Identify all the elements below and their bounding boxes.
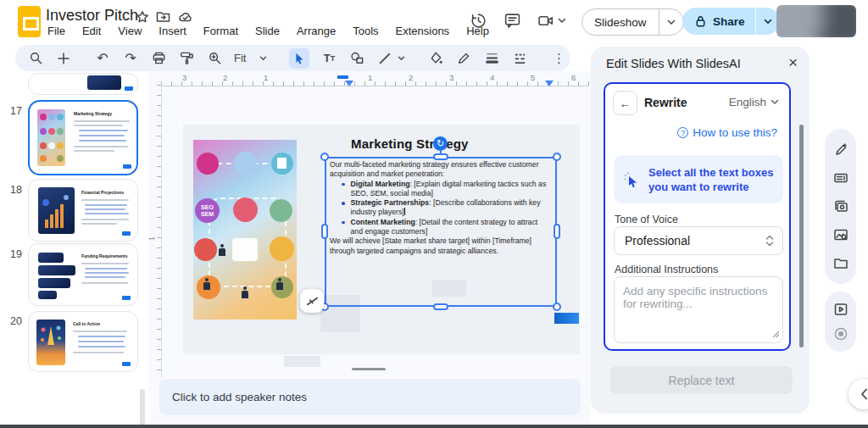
- menu-extensions[interactable]: Extensions: [389, 23, 457, 39]
- speaker-notes[interactable]: Click to add speaker notes: [159, 379, 581, 415]
- share-button[interactable]: Share: [682, 8, 780, 35]
- star-icon[interactable]: [136, 10, 149, 24]
- menu-arrange[interactable]: Arrange: [290, 23, 342, 39]
- paint-format-icon[interactable]: [178, 50, 195, 67]
- account-avatar[interactable]: [776, 5, 856, 37]
- slide-thumbnail-17-selected[interactable]: Marketing Strategy: [28, 100, 138, 175]
- border-weight-icon[interactable]: [483, 50, 500, 67]
- record-icon[interactable]: [833, 326, 849, 342]
- top-bar: Investor Pitch File Edit View Insert For…: [0, 0, 868, 44]
- image-search-icon[interactable]: [833, 227, 849, 242]
- google-slides-window: Investor Pitch File Edit View Insert For…: [0, 0, 868, 428]
- magic-write-icon[interactable]: [833, 142, 849, 158]
- slide-thumbnail-16[interactable]: [28, 73, 138, 95]
- slide-number: 17: [7, 105, 25, 117]
- video-play-icon[interactable]: [833, 302, 849, 317]
- new-slide-button[interactable]: [55, 50, 72, 67]
- notes-drag-handle[interactable]: [352, 368, 386, 370]
- menu-format[interactable]: Format: [197, 23, 245, 39]
- comments-icon[interactable]: [504, 12, 521, 30]
- resize-handle-ne[interactable]: [553, 153, 561, 161]
- select-tool-button[interactable]: [289, 48, 309, 69]
- document-title[interactable]: Investor Pitch: [46, 7, 138, 25]
- resize-handle-s[interactable]: [433, 303, 448, 310]
- question-icon: ?: [677, 127, 688, 138]
- border-color-icon[interactable]: [455, 50, 472, 67]
- tone-of-voice-select[interactable]: Professional: [614, 226, 783, 255]
- slide-editing-area[interactable]: SEO SEM Marketing Strategy ↻ Our multi-f…: [183, 125, 580, 354]
- fill-color-icon[interactable]: [427, 50, 444, 67]
- meet-dropdown-caret-icon[interactable]: [558, 18, 566, 24]
- selected-text-box[interactable]: Our multi-faceted marketing strategy ens…: [325, 157, 557, 307]
- form-summary-icon[interactable]: [833, 170, 849, 186]
- slide-thumbnail-20[interactable]: Call to Action: [28, 311, 138, 372]
- how-to-use-link[interactable]: ? How to use this?: [677, 126, 777, 139]
- resize-handle-nw[interactable]: [320, 153, 329, 161]
- collapse-rail-button[interactable]: [849, 379, 868, 409]
- slideshow-dropdown-caret-icon[interactable]: [659, 19, 683, 25]
- menu-view[interactable]: View: [111, 23, 148, 39]
- slide-filmstrip: 17 Marketing Strategy: [0, 71, 148, 428]
- move-folder-icon[interactable]: [156, 10, 170, 24]
- resize-handle-w[interactable]: [321, 224, 328, 239]
- additional-instructions-label: Additional Instructions: [615, 264, 718, 275]
- menu-file[interactable]: File: [41, 23, 72, 39]
- panel-scrollbar[interactable]: [799, 125, 804, 347]
- text-cursor: [404, 208, 405, 215]
- undo-button[interactable]: ↶: [94, 50, 111, 67]
- print-button[interactable]: [150, 50, 167, 67]
- marketing-infographic-image[interactable]: SEO SEM: [193, 140, 297, 320]
- duplicate-slides-icon[interactable]: [833, 199, 849, 214]
- slide-thumbnail-19[interactable]: Funding Requirements: [28, 243, 138, 306]
- line-tool-caret-icon[interactable]: [398, 56, 405, 61]
- resize-handle-se[interactable]: [553, 303, 561, 311]
- menu-edit[interactable]: Edit: [75, 23, 108, 39]
- zoom-icon[interactable]: [206, 50, 223, 67]
- language-select[interactable]: English: [729, 96, 779, 108]
- menu-bar: File Edit View Insert Format Slide Arran…: [41, 23, 496, 39]
- additional-instructions-input[interactable]: [614, 276, 783, 343]
- slideshow-label: Slideshow: [582, 16, 659, 29]
- back-button[interactable]: ←: [613, 91, 637, 115]
- slide-thumbnail-18[interactable]: Financial Projections: [28, 179, 138, 242]
- shape-tool-button[interactable]: [348, 50, 365, 67]
- close-panel-icon[interactable]: ×: [788, 53, 798, 72]
- search-menus-icon[interactable]: [27, 50, 44, 67]
- folder-icon[interactable]: [833, 256, 849, 271]
- zoom-fit-select[interactable]: Fit: [234, 52, 267, 64]
- cloud-status-icon[interactable]: [178, 10, 193, 24]
- side-rail: [810, 71, 868, 428]
- meet-camera-icon[interactable]: [537, 12, 555, 30]
- resize-handle-e[interactable]: [554, 224, 560, 239]
- more-tools-icon[interactable]: ⋮: [550, 50, 567, 67]
- tone-of-voice-label: Tone of Voice: [615, 214, 678, 225]
- rewrite-card: ← Rewrite English ? How to use this? Sel…: [604, 82, 791, 351]
- slides-logo-icon[interactable]: [18, 6, 41, 37]
- textbox-tool-button[interactable]: TT: [320, 50, 337, 67]
- slide-number: 20: [7, 315, 25, 327]
- replace-text-button[interactable]: Replace text: [610, 366, 793, 394]
- menu-insert[interactable]: Insert: [152, 23, 193, 39]
- text-box-content[interactable]: Our multi-faceted marketing strategy ens…: [330, 160, 552, 303]
- slide-title[interactable]: Marketing Strategy: [351, 136, 469, 151]
- slide-number: 18: [7, 184, 25, 196]
- resize-handle-n[interactable]: [433, 153, 448, 160]
- version-history-icon[interactable]: [470, 12, 487, 30]
- window-bottom-edge: [0, 425, 868, 428]
- line-tool-button[interactable]: [376, 50, 393, 67]
- border-dash-icon[interactable]: [511, 50, 528, 67]
- menu-slide[interactable]: Slide: [248, 23, 287, 39]
- slidesai-panel: Edit Slides With SlidesAI × ← Rewrite En…: [591, 47, 810, 414]
- right-indent-marker[interactable]: [545, 81, 554, 86]
- menu-tools[interactable]: Tools: [346, 23, 385, 39]
- floating-line-tool-button[interactable]: [300, 289, 324, 313]
- redo-button[interactable]: ↷: [122, 50, 139, 67]
- rewrite-title: Rewrite: [644, 96, 687, 109]
- select-textboxes-prompt[interactable]: Select all the text boxes you want to re…: [614, 155, 783, 203]
- indent-marker[interactable]: [337, 75, 348, 79]
- rotate-handle-icon[interactable]: ↻: [433, 136, 448, 151]
- slideshow-button[interactable]: Slideshow: [581, 8, 684, 36]
- textarea-resize-icon[interactable]: [772, 331, 780, 338]
- filmstrip-scrollbar[interactable]: [140, 389, 145, 428]
- indent-triangle-marker[interactable]: [345, 81, 353, 86]
